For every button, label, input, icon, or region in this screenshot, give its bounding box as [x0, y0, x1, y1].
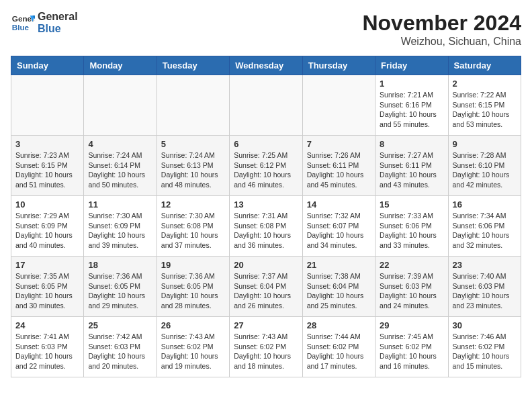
weekday-header-tuesday: Tuesday — [157, 56, 229, 75]
day-number: 20 — [234, 260, 298, 270]
day-number: 18 — [88, 260, 152, 270]
day-number: 19 — [161, 260, 225, 270]
title-block: November 2024 Weizhou, Sichuan, China — [362, 11, 521, 48]
day-info: Sunrise: 7:25 AMSunset: 6:12 PMDaylight:… — [234, 150, 298, 190]
day-number: 12 — [161, 199, 225, 210]
calendar-cell-w3d0: 17Sunrise: 7:35 AMSunset: 6:05 PMDayligh… — [11, 257, 84, 317]
calendar-cell-w2d4: 14Sunrise: 7:32 AMSunset: 6:07 PMDayligh… — [302, 196, 375, 257]
calendar-cell-w4d2: 26Sunrise: 7:43 AMSunset: 6:02 PMDayligh… — [157, 317, 229, 377]
page-header: General Blue General Blue November 2024 … — [11, 11, 521, 48]
calendar-cell-w0d3 — [230, 75, 302, 136]
day-number: 10 — [15, 199, 79, 210]
day-info: Sunrise: 7:30 AMSunset: 6:09 PMDaylight:… — [88, 211, 152, 250]
calendar-cell-w3d3: 20Sunrise: 7:37 AMSunset: 6:04 PMDayligh… — [230, 257, 302, 317]
day-info: Sunrise: 7:39 AMSunset: 6:03 PMDaylight:… — [380, 271, 443, 311]
day-info: Sunrise: 7:40 AMSunset: 6:03 PMDaylight:… — [453, 271, 517, 311]
day-number: 23 — [453, 260, 517, 270]
day-number: 29 — [380, 320, 443, 330]
calendar-cell-w1d3: 6Sunrise: 7:25 AMSunset: 6:12 PMDaylight… — [230, 136, 302, 196]
day-number: 1 — [380, 79, 443, 89]
day-info: Sunrise: 7:33 AMSunset: 6:06 PMDaylight:… — [380, 211, 443, 250]
logo-subtext: Blue — [38, 23, 78, 35]
day-number: 22 — [380, 260, 443, 270]
logo: General Blue General Blue — [11, 11, 78, 36]
day-info: Sunrise: 7:32 AMSunset: 6:07 PMDaylight:… — [307, 211, 371, 250]
calendar-cell-w3d1: 18Sunrise: 7:36 AMSunset: 6:05 PMDayligh… — [84, 257, 157, 317]
weekday-header-friday: Friday — [375, 56, 448, 75]
calendar-table: SundayMondayTuesdayWednesdayThursdayFrid… — [11, 56, 521, 377]
day-info: Sunrise: 7:38 AMSunset: 6:04 PMDaylight:… — [307, 271, 371, 311]
day-number: 14 — [307, 199, 371, 210]
day-info: Sunrise: 7:41 AMSunset: 6:03 PMDaylight:… — [15, 332, 79, 371]
calendar-cell-w3d5: 22Sunrise: 7:39 AMSunset: 6:03 PMDayligh… — [375, 257, 448, 317]
weekday-header-sunday: Sunday — [11, 56, 84, 75]
calendar-cell-w3d2: 19Sunrise: 7:36 AMSunset: 6:05 PMDayligh… — [157, 257, 229, 317]
day-number: 13 — [234, 199, 298, 210]
day-info: Sunrise: 7:30 AMSunset: 6:08 PMDaylight:… — [161, 211, 225, 250]
day-info: Sunrise: 7:36 AMSunset: 6:05 PMDaylight:… — [161, 271, 225, 311]
day-number: 27 — [234, 320, 298, 330]
day-info: Sunrise: 7:43 AMSunset: 6:02 PMDaylight:… — [161, 332, 225, 371]
day-number: 8 — [380, 139, 443, 149]
calendar-cell-w0d5: 1Sunrise: 7:21 AMSunset: 6:16 PMDaylight… — [375, 75, 448, 136]
day-number: 3 — [15, 139, 79, 149]
day-info: Sunrise: 7:31 AMSunset: 6:08 PMDaylight:… — [234, 211, 298, 250]
day-info: Sunrise: 7:36 AMSunset: 6:05 PMDaylight:… — [88, 271, 152, 311]
month-title: November 2024 — [362, 11, 521, 36]
day-info: Sunrise: 7:22 AMSunset: 6:15 PMDaylight:… — [453, 90, 517, 130]
day-info: Sunrise: 7:21 AMSunset: 6:16 PMDaylight:… — [380, 90, 443, 130]
day-number: 28 — [307, 320, 371, 330]
svg-text:Blue: Blue — [12, 23, 30, 32]
calendar-cell-w2d0: 10Sunrise: 7:29 AMSunset: 6:09 PMDayligh… — [11, 196, 84, 257]
calendar-cell-w4d6: 30Sunrise: 7:46 AMSunset: 6:02 PMDayligh… — [448, 317, 521, 377]
day-info: Sunrise: 7:43 AMSunset: 6:02 PMDaylight:… — [234, 332, 298, 371]
weekday-header-thursday: Thursday — [302, 56, 375, 75]
calendar-cell-w1d0: 3Sunrise: 7:23 AMSunset: 6:15 PMDaylight… — [11, 136, 84, 196]
day-number: 26 — [161, 320, 225, 330]
day-number: 2 — [453, 79, 517, 89]
day-number: 4 — [88, 139, 152, 149]
day-number: 21 — [307, 260, 371, 270]
calendar-cell-w1d2: 5Sunrise: 7:24 AMSunset: 6:13 PMDaylight… — [157, 136, 229, 196]
day-info: Sunrise: 7:35 AMSunset: 6:05 PMDaylight:… — [15, 271, 79, 311]
day-info: Sunrise: 7:46 AMSunset: 6:02 PMDaylight:… — [453, 332, 517, 371]
day-number: 16 — [453, 199, 517, 210]
day-info: Sunrise: 7:29 AMSunset: 6:09 PMDaylight:… — [15, 211, 79, 250]
calendar-cell-w1d5: 8Sunrise: 7:27 AMSunset: 6:11 PMDaylight… — [375, 136, 448, 196]
calendar-cell-w3d4: 21Sunrise: 7:38 AMSunset: 6:04 PMDayligh… — [302, 257, 375, 317]
calendar-cell-w1d4: 7Sunrise: 7:26 AMSunset: 6:11 PMDaylight… — [302, 136, 375, 196]
weekday-header-wednesday: Wednesday — [230, 56, 302, 75]
calendar-cell-w1d1: 4Sunrise: 7:24 AMSunset: 6:14 PMDaylight… — [84, 136, 157, 196]
day-number: 17 — [15, 260, 79, 270]
calendar-cell-w0d1 — [84, 75, 157, 136]
calendar-cell-w4d1: 25Sunrise: 7:42 AMSunset: 6:03 PMDayligh… — [84, 317, 157, 377]
day-info: Sunrise: 7:24 AMSunset: 6:14 PMDaylight:… — [88, 150, 152, 190]
day-info: Sunrise: 7:44 AMSunset: 6:02 PMDaylight:… — [307, 332, 371, 371]
day-info: Sunrise: 7:24 AMSunset: 6:13 PMDaylight:… — [161, 150, 225, 190]
day-number: 11 — [88, 199, 152, 210]
calendar-cell-w2d6: 16Sunrise: 7:34 AMSunset: 6:06 PMDayligh… — [448, 196, 521, 257]
logo-icon: General Blue — [11, 11, 35, 35]
logo-text: General — [38, 11, 78, 23]
calendar-cell-w3d6: 23Sunrise: 7:40 AMSunset: 6:03 PMDayligh… — [448, 257, 521, 317]
calendar-cell-w0d2 — [157, 75, 229, 136]
day-number: 6 — [234, 139, 298, 149]
calendar-cell-w0d4 — [302, 75, 375, 136]
day-number: 24 — [15, 320, 79, 330]
calendar-cell-w0d0 — [11, 75, 84, 136]
day-info: Sunrise: 7:28 AMSunset: 6:10 PMDaylight:… — [453, 150, 517, 190]
calendar-cell-w4d3: 27Sunrise: 7:43 AMSunset: 6:02 PMDayligh… — [230, 317, 302, 377]
calendar-cell-w2d3: 13Sunrise: 7:31 AMSunset: 6:08 PMDayligh… — [230, 196, 302, 257]
day-info: Sunrise: 7:42 AMSunset: 6:03 PMDaylight:… — [88, 332, 152, 371]
calendar-cell-w2d5: 15Sunrise: 7:33 AMSunset: 6:06 PMDayligh… — [375, 196, 448, 257]
day-info: Sunrise: 7:45 AMSunset: 6:02 PMDaylight:… — [380, 332, 443, 371]
day-number: 25 — [88, 320, 152, 330]
day-info: Sunrise: 7:27 AMSunset: 6:11 PMDaylight:… — [380, 150, 443, 190]
calendar-cell-w2d2: 12Sunrise: 7:30 AMSunset: 6:08 PMDayligh… — [157, 196, 229, 257]
day-number: 30 — [453, 320, 517, 330]
calendar-cell-w2d1: 11Sunrise: 7:30 AMSunset: 6:09 PMDayligh… — [84, 196, 157, 257]
day-number: 15 — [380, 199, 443, 210]
weekday-header-saturday: Saturday — [448, 56, 521, 75]
calendar-cell-w4d4: 28Sunrise: 7:44 AMSunset: 6:02 PMDayligh… — [302, 317, 375, 377]
calendar-cell-w0d6: 2Sunrise: 7:22 AMSunset: 6:15 PMDaylight… — [448, 75, 521, 136]
